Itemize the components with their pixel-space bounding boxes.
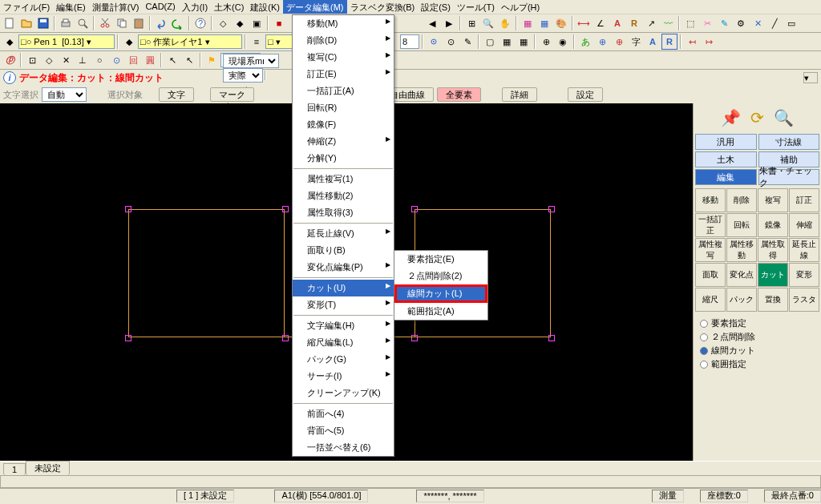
color-picker-icon[interactable]: ◆ [2,34,18,50]
snap-end-icon[interactable]: ⊡ [24,52,40,68]
menu-item[interactable]: 移動(M) [293,15,394,32]
menu-item[interactable]: 変化点編集(P) [293,259,394,276]
coord-mode-combo[interactable]: 実際 [223,68,263,83]
curve-icon[interactable]: 〰 [660,15,676,31]
copy-icon[interactable] [114,15,130,31]
snap-perp-icon[interactable]: ⊥ [75,52,91,68]
submenu-item[interactable]: 範囲指定(A) [394,303,487,320]
palette-icon[interactable]: 🎨 [553,15,569,31]
rp-tab-check[interactable]: 朱書・チェック [758,169,820,185]
menu-item[interactable]: 鏡像(F) [293,116,394,133]
prop-icon[interactable]: ⚙ [733,15,749,31]
menu-item[interactable]: 背面へ(5) [293,422,394,439]
menu-item[interactable]: 訂正(E) [293,66,394,83]
snap-icon[interactable]: ⊙ [443,34,459,50]
rp-cell[interactable]: 属性複写 [695,238,726,262]
snap-mid-icon[interactable]: ◇ [41,52,57,68]
submenu-item[interactable]: ２点間削除(2) [394,268,487,284]
menu-survey[interactable]: 測量計算(V) [89,0,143,14]
help-icon[interactable]: ? [192,15,208,31]
char-icon[interactable]: ⊕ [594,34,610,50]
rp-cell[interactable]: 面取 [695,263,726,287]
menu-item[interactable]: 面取り(B) [293,242,394,259]
layer-box[interactable] [400,34,419,49]
toggle-1-icon[interactable]: ▢ [482,34,498,50]
opt-btn-settings[interactable]: 設定 [568,87,603,102]
menu-item[interactable]: クリーンアップ(K) [293,385,394,401]
menu-item[interactable]: 属性移動(2) [293,187,394,204]
rp-list-item[interactable]: 線間カット [700,344,815,357]
menu-file[interactable]: ファイル(F) [0,0,53,14]
menu-item[interactable]: 回転(R) [293,99,394,116]
rp-cell[interactable]: 訂正 [789,188,819,212]
layer-picker-icon[interactable]: ◆ [121,34,137,50]
pen-combo[interactable]: □○ Pen 1 [0.13] ▾ [18,34,115,49]
layer-icon[interactable]: ▦ [536,15,552,31]
pan-icon[interactable]: ✋ [497,15,513,31]
cursor2-icon[interactable]: ↖ [181,52,197,68]
menu-item[interactable]: 伸縮(Z) [293,133,394,150]
menu-item[interactable]: 変形(T) [293,296,394,313]
scale-flag-icon[interactable]: ⚑ [204,52,220,68]
rp-cell[interactable]: 属性取得 [758,238,788,262]
opt-btn-text[interactable]: 文字 [159,87,194,102]
pin-icon[interactable]: 📌 [721,108,741,127]
rect-icon[interactable]: ▭ [783,15,799,31]
tool-icon-3[interactable]: ▣ [249,15,265,31]
zoom-fit-icon[interactable]: ⊞ [463,15,479,31]
measure-icon[interactable]: ↗ [643,15,659,31]
open-icon[interactable] [18,15,34,31]
point-icon[interactable] [426,34,442,50]
snap-cen-icon[interactable]: ⊙ [108,52,124,68]
opt-auto-combo[interactable]: 自動 [42,87,87,102]
menu-item[interactable]: 属性取得(3) [293,204,394,221]
rp-list-item[interactable]: 要素指定 [700,317,815,330]
rp-list-item[interactable]: ２点間削除 [700,330,815,344]
menu-kensetsu[interactable]: 建設(K) [247,0,283,14]
menu-item[interactable]: 縮尺編集(L) [293,334,394,351]
rp-cell[interactable]: 縮尺 [695,288,726,312]
char3-icon[interactable]: 字 [628,34,644,50]
tool-icon-1[interactable]: ◇ [215,15,231,31]
handle[interactable] [125,206,131,212]
menu-item[interactable]: 前面へ(4) [293,405,394,422]
submenu-item[interactable]: 要素指定(E) [394,251,487,268]
rp-cell[interactable]: 変形 [789,263,819,287]
text-r2-icon[interactable]: R [661,34,677,50]
menu-item[interactable]: サーチ(I) [293,368,394,385]
zoom-window-icon[interactable]: 🔍 [480,15,496,31]
menu-item[interactable]: 一括並べ替え(6) [293,439,394,456]
opt-btn-mark[interactable]: マーク [210,87,254,102]
handle[interactable] [125,335,131,341]
redo-icon[interactable] [170,15,186,31]
text-r-icon[interactable]: R [626,15,642,31]
info-dropdown[interactable]: ▾ [803,72,818,83]
snap-txt-icon[interactable]: 回 [125,52,141,68]
menu-item[interactable]: 複写(C) [293,49,394,66]
refresh-icon[interactable]: ⟳ [750,108,764,127]
grid-icon[interactable]: ▦ [520,15,536,31]
rp-cell[interactable]: 回転 [726,213,757,237]
handle[interactable] [548,335,555,341]
rp-cell[interactable]: 属性移動 [726,238,757,262]
undo-icon[interactable] [153,15,169,31]
angle-icon[interactable]: ∠ [592,15,609,31]
select-icon[interactable]: ⬚ [682,15,698,31]
menu-item[interactable]: パック(G) [293,351,394,368]
menu-item[interactable]: 延長止線(V) [293,225,394,242]
menu-item[interactable]: 属性複写(1) [293,171,394,187]
rp-cell[interactable]: カット [758,263,788,287]
menu-rasvec[interactable]: ラスベク変換(B) [347,0,419,14]
attr-2-icon[interactable]: ◉ [555,34,571,50]
next-icon[interactable]: ▶ [441,15,457,31]
save-icon[interactable] [35,15,51,31]
opt-btn-detail[interactable]: 詳細 [502,87,537,102]
menu-item[interactable]: 文字編集(H) [293,317,394,334]
search-icon[interactable]: 🔍 [774,108,794,127]
handle[interactable] [548,206,555,212]
paste-icon[interactable] [131,15,147,31]
rp-cell[interactable]: 伸縮 [789,213,819,237]
handle[interactable] [282,206,289,212]
attr-1-icon[interactable]: ⊕ [538,34,554,50]
drawing-rect-left[interactable] [128,209,285,337]
